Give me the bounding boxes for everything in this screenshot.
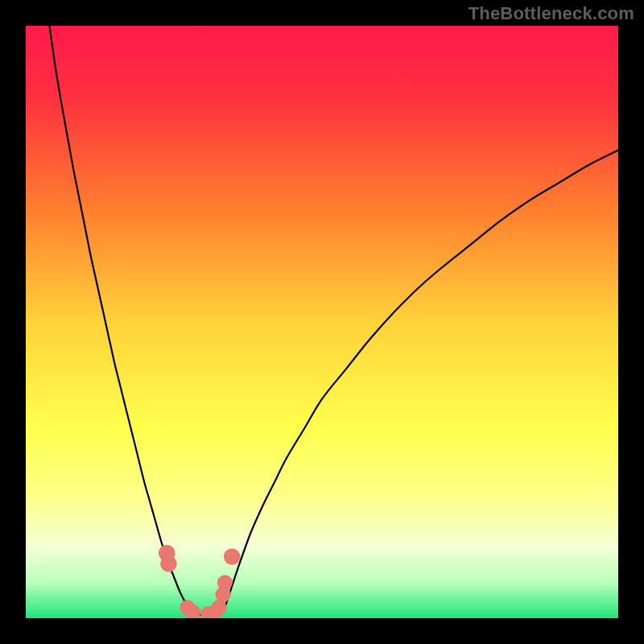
plot-area [26, 26, 618, 618]
plot-svg [26, 26, 618, 618]
chart-frame: TheBottleneck.com [0, 0, 644, 644]
gradient-background [26, 26, 618, 618]
marker-point [211, 600, 226, 615]
marker-point [224, 548, 241, 565]
marker-point [217, 575, 233, 590]
watermark-text: TheBottleneck.com [469, 3, 634, 24]
marker-point [160, 555, 177, 572]
